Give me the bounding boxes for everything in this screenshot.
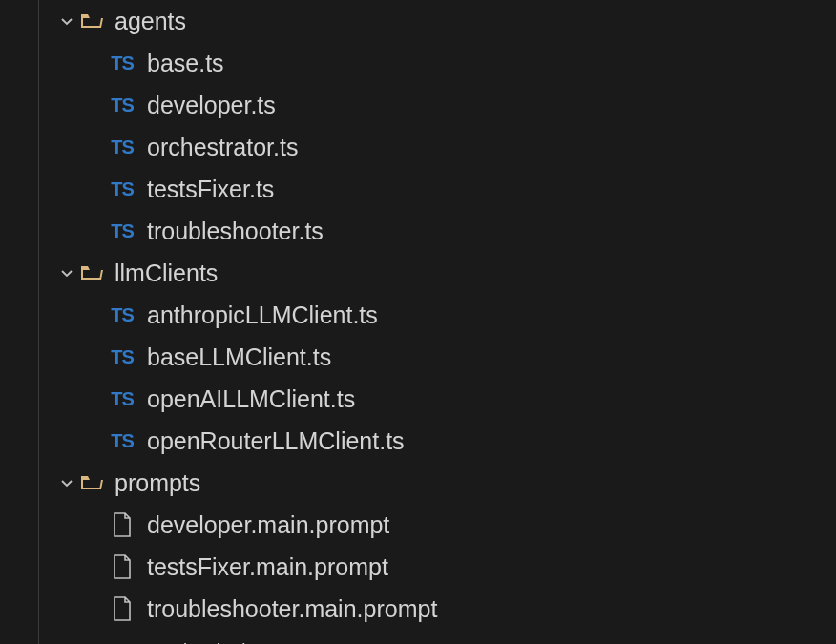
tree-file[interactable]: TS anthropicLLMClient.ts [48,294,836,336]
file-label: testsFixer.ts [147,176,274,203]
tree-folder-llmclients[interactable]: llmClients [48,252,836,294]
file-tree: agents TS base.ts TS developer.ts TS orc… [0,0,836,644]
tree-file[interactable]: developer.main.prompt [48,504,836,546]
typescript-icon: TS [109,93,136,116]
file-icon [109,513,136,536]
file-label: developer.ts [147,92,276,119]
typescript-icon: TS [109,219,136,242]
typescript-icon: TS [109,429,136,452]
file-label: developer.main.prompt [147,511,389,539]
tree-file[interactable]: TS openAILLMClient.ts [48,378,836,420]
tree-file[interactable]: TS base.ts [48,42,836,84]
file-label: openAILLMClient.ts [147,385,355,413]
tree-file[interactable]: troubleshooter.main.prompt [48,588,836,630]
folder-label: agents [115,8,186,35]
file-icon [109,555,136,578]
file-label: orchestrator.ts [147,134,298,161]
typescript-icon: TS [94,639,120,644]
tree-file[interactable]: TS troubleshooter.ts [48,210,836,252]
tree-file[interactable]: TS orchestrator.ts [48,126,836,168]
tree-file[interactable]: TS openRouterLLMClient.ts [48,420,836,462]
chevron-down-icon [57,473,76,492]
typescript-icon: TS [109,135,136,158]
tree-file[interactable]: TS constants.ts [48,630,836,644]
folder-label: llmClients [115,260,218,287]
file-label: anthropicLLMClient.ts [147,301,378,329]
typescript-icon: TS [109,52,136,74]
tree-folder-prompts[interactable]: prompts [48,462,836,504]
tree-file[interactable]: TS baseLLMClient.ts [48,336,836,378]
tree-folder-agents[interactable]: agents [48,0,836,42]
file-label: base.ts [147,50,224,77]
file-label: openRouterLLMClient.ts [147,427,405,455]
folder-open-icon [80,473,103,492]
typescript-icon: TS [109,303,136,326]
file-icon [109,597,136,620]
tree-file[interactable]: TS testsFixer.ts [48,168,836,210]
typescript-icon: TS [109,345,136,368]
file-label: troubleshooter.main.prompt [147,595,437,623]
file-label: testsFixer.main.prompt [147,553,388,581]
typescript-icon: TS [109,177,136,200]
tree-file[interactable]: testsFixer.main.prompt [48,546,836,588]
chevron-down-icon [57,11,76,31]
chevron-down-icon [57,263,76,282]
folder-open-icon [80,11,103,31]
file-label: troubleshooter.ts [147,218,324,245]
file-label: baseLLMClient.ts [147,343,331,371]
tree-file[interactable]: TS developer.ts [48,84,836,126]
folder-open-icon [80,263,103,282]
file-label: constants.ts [132,637,259,645]
typescript-icon: TS [109,387,136,410]
folder-label: prompts [115,469,200,497]
